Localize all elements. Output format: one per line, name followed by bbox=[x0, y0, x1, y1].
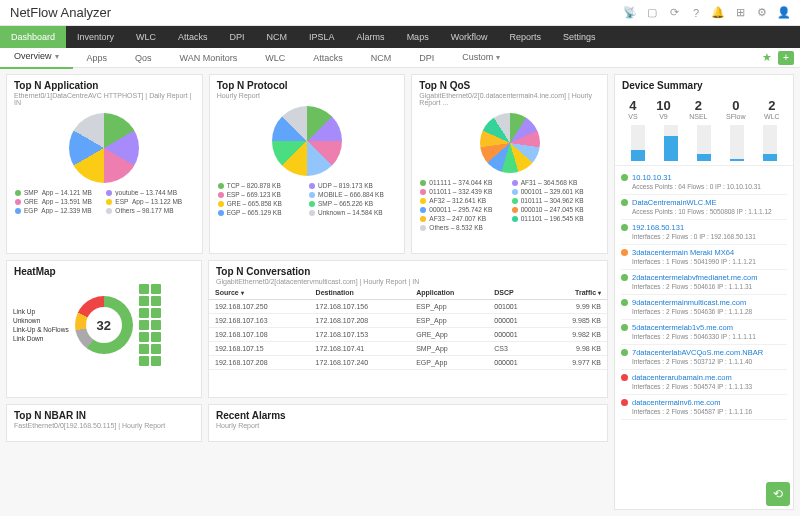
refresh-icon[interactable]: ⟳ bbox=[668, 7, 680, 19]
nav-tab[interactable]: Maps bbox=[396, 26, 440, 48]
subnav-tab[interactable]: Custom▾ bbox=[448, 47, 514, 68]
device-item[interactable]: DataCentremainWLC.MEAccess Points : 10 F… bbox=[621, 195, 787, 220]
device-list[interactable]: 10.10.10.31Access Points : 64 Flows : 0 … bbox=[615, 166, 793, 446]
heatmap-legend-item: Link-Up & NoFlows bbox=[13, 326, 69, 333]
device-sub: Interfaces : 2 Flows : 504636 IP : 1.1.1… bbox=[621, 308, 787, 315]
legend-item: AF33 – 247.007 KB bbox=[420, 215, 507, 222]
heatmap-cell[interactable] bbox=[151, 344, 161, 354]
user-icon[interactable]: 👤 bbox=[778, 7, 790, 19]
heatmap-cell[interactable] bbox=[139, 344, 149, 354]
subnav-tab[interactable]: WAN Monitors bbox=[166, 48, 252, 68]
bell-icon[interactable]: 🔔 bbox=[712, 7, 724, 19]
summary-bar bbox=[730, 125, 744, 161]
subnav-tab[interactable]: Overview▾ bbox=[0, 46, 73, 69]
grid-icon[interactable]: ⊞ bbox=[734, 7, 746, 19]
table-cell: 192.168.107.108 bbox=[209, 328, 310, 342]
table-cell: 172.168.107.153 bbox=[310, 328, 411, 342]
card-top-qos: Top N QoS GigabitEthernet0/2[0.datacente… bbox=[411, 74, 608, 254]
table-row[interactable]: 192.168.107.15172.168.107.41SMP_AppCS39.… bbox=[209, 342, 607, 356]
heatmap-cell[interactable] bbox=[151, 284, 161, 294]
legend-item: SMP_App – 14.121 MB bbox=[15, 189, 102, 196]
legend: SMP_App – 14.121 MByoutube – 13.744 MBGR… bbox=[13, 189, 196, 218]
col-header[interactable]: Application bbox=[410, 286, 488, 300]
table-row[interactable]: 192.168.107.108172.168.107.153GRE_App000… bbox=[209, 328, 607, 342]
table-cell: 9.977 KB bbox=[543, 356, 607, 370]
status-dot-icon bbox=[621, 224, 628, 231]
donut-chart: 32 bbox=[75, 296, 133, 354]
card-title: Top N Conversation bbox=[216, 266, 600, 277]
topbar-actions: 📡 ▢ ⟳ ? 🔔 ⊞ ⚙ 👤 bbox=[624, 7, 790, 19]
heatmap-cell[interactable] bbox=[139, 284, 149, 294]
col-header[interactable]: Traffic ▾ bbox=[543, 286, 607, 300]
nav-tab[interactable]: Dashboard bbox=[0, 26, 66, 48]
gear-icon[interactable]: ⚙ bbox=[756, 7, 768, 19]
table-cell: 172.168.107.41 bbox=[310, 342, 411, 356]
nav-tab[interactable]: NCM bbox=[256, 26, 299, 48]
legend-item: TCP – 820.878 KB bbox=[218, 182, 305, 189]
device-item[interactable]: datacenterarubamain.me.comInterfaces : 2… bbox=[621, 370, 787, 395]
help-icon[interactable]: ? bbox=[690, 7, 702, 19]
screen-icon[interactable]: ▢ bbox=[646, 7, 658, 19]
col-header[interactable]: Source ▾ bbox=[209, 286, 310, 300]
nav-tab[interactable]: DPI bbox=[219, 26, 256, 48]
subnav-tab[interactable]: NCM bbox=[357, 48, 406, 68]
nav-tab[interactable]: Reports bbox=[498, 26, 552, 48]
device-sub: Interfaces : 1 Flows : 5041990 IP : 1.1.… bbox=[621, 258, 787, 265]
nav-tab[interactable]: Attacks bbox=[167, 26, 219, 48]
heatmap-cell[interactable] bbox=[151, 296, 161, 306]
heatmap-cell[interactable] bbox=[139, 308, 149, 318]
table-row[interactable]: 192.168.107.208172.168.107.240EGP_App000… bbox=[209, 356, 607, 370]
device-item[interactable]: 9datacentermainmulticast.me.comInterface… bbox=[621, 295, 787, 320]
heatmap-cell[interactable] bbox=[139, 296, 149, 306]
nav-tab[interactable]: Inventory bbox=[66, 26, 125, 48]
col-header[interactable]: DSCP bbox=[488, 286, 543, 300]
legend-item: Unknown – 14.584 KB bbox=[309, 209, 396, 216]
legend-item: GRE – 665.858 KB bbox=[218, 200, 305, 207]
legend-item: SMP – 665.226 KB bbox=[309, 200, 396, 207]
heatmap-cell[interactable] bbox=[139, 332, 149, 342]
nav-tab[interactable]: IPSLA bbox=[298, 26, 346, 48]
nav-tab[interactable]: Alarms bbox=[346, 26, 396, 48]
heatmap-cell[interactable] bbox=[151, 332, 161, 342]
table-cell: 172.168.107.240 bbox=[310, 356, 411, 370]
subnav-tab[interactable]: Qos bbox=[121, 48, 166, 68]
card-subtitle: GigabitEthernet0/2[datacentervmulticast.… bbox=[216, 278, 600, 285]
add-widget-button[interactable]: + bbox=[778, 51, 794, 65]
device-item[interactable]: 7datacenterlabAVCQoS.me.com.NBARInterfac… bbox=[621, 345, 787, 370]
heatmap-cell[interactable] bbox=[151, 356, 161, 366]
star-icon[interactable]: ★ bbox=[762, 51, 772, 64]
subnav-tab[interactable]: Attacks bbox=[299, 48, 357, 68]
card-title: Top N QoS bbox=[419, 80, 600, 91]
summary-stat: 0SFlow bbox=[726, 98, 745, 120]
satellite-icon[interactable]: 📡 bbox=[624, 7, 636, 19]
nav-tab[interactable]: Settings bbox=[552, 26, 607, 48]
heatmap-count: 32 bbox=[96, 318, 110, 333]
heatmap-cell[interactable] bbox=[151, 308, 161, 318]
fab-button[interactable]: ⟲ bbox=[766, 482, 790, 506]
app-logo: NetFlow Analyzer bbox=[10, 5, 111, 20]
table-cell: 192.168.107.208 bbox=[209, 356, 310, 370]
table-cell: 192.168.107.15 bbox=[209, 342, 310, 356]
subnav-tab[interactable]: Apps bbox=[73, 48, 122, 68]
col-header[interactable]: Destination bbox=[310, 286, 411, 300]
table-row[interactable]: 192.168.107.163172.168.107.208ESP_App000… bbox=[209, 314, 607, 328]
device-item[interactable]: 5datacentermelab1v5.me.comInterfaces : 2… bbox=[621, 320, 787, 345]
subnav-tab[interactable]: DPI bbox=[405, 48, 448, 68]
pie-chart bbox=[272, 106, 342, 176]
heatmap-cell[interactable] bbox=[151, 320, 161, 330]
status-dot-icon bbox=[621, 174, 628, 181]
device-item[interactable]: 2datacentermelabvfmedianet.me.comInterfa… bbox=[621, 270, 787, 295]
device-item[interactable]: 10.10.10.31Access Points : 64 Flows : 0 … bbox=[621, 170, 787, 195]
subnav-tab[interactable]: WLC bbox=[251, 48, 299, 68]
device-sub: Access Points : 64 Flows : 0 IP : 10.10.… bbox=[621, 183, 787, 190]
heatmap-cell[interactable] bbox=[139, 320, 149, 330]
device-item[interactable]: datacentermainv6.me.comInterfaces : 2 Fl… bbox=[621, 395, 787, 420]
device-item[interactable]: 192.168.50.131Interfaces : 2 Flows : 0 I… bbox=[621, 220, 787, 245]
heatmap-cell[interactable] bbox=[139, 356, 149, 366]
table-row[interactable]: 192.168.107.250172.168.107.156ESP_App001… bbox=[209, 300, 607, 314]
nav-tab[interactable]: Workflow bbox=[440, 26, 499, 48]
nav-tab[interactable]: WLC bbox=[125, 26, 167, 48]
device-item[interactable]: 3datacentermain Meraki MX64Interfaces : … bbox=[621, 245, 787, 270]
card-top-protocol: Top N Protocol Hourly Report TCP – 820.8… bbox=[209, 74, 406, 254]
legend-item: GRE_App – 13.591 MB bbox=[15, 198, 102, 205]
